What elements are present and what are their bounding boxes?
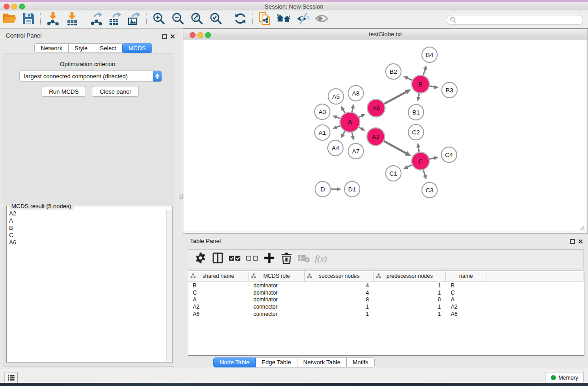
export-network-button[interactable]: [87, 11, 106, 28]
float-panel-icon[interactable]: [162, 33, 167, 41]
edge-A-A5[interactable]: [341, 106, 345, 113]
refresh-view-button[interactable]: [231, 11, 250, 28]
table-cell[interactable]: 0: [374, 296, 446, 303]
hide-graphics-details-button[interactable]: [293, 11, 312, 28]
tab-node-table[interactable]: Node Table: [213, 357, 256, 367]
graph-node-D[interactable]: D: [315, 181, 330, 197]
network-canvas[interactable]: AA1A2A3A4A5A6A7A8BB1B2B3B4CC1C2C3C4DD1: [184, 40, 586, 232]
graph-node-A[interactable]: A: [340, 112, 360, 132]
table-cell[interactable]: C: [446, 290, 488, 296]
edge-A6-B[interactable]: [384, 89, 411, 104]
table-cell[interactable]: B: [188, 282, 249, 289]
edge-A2-C[interactable]: [384, 141, 411, 156]
tab-select[interactable]: Select: [94, 43, 123, 53]
graph-node-B2[interactable]: B2: [386, 64, 401, 79]
edge-B-B1[interactable]: [416, 93, 421, 101]
graph-node-A6[interactable]: A6: [368, 100, 385, 117]
table-cell[interactable]: C: [188, 290, 249, 296]
tab-edge-table[interactable]: Edge Table: [256, 357, 297, 367]
edge-A-A6[interactable]: [359, 114, 365, 118]
close-table-panel-icon[interactable]: [578, 238, 583, 246]
table-cell[interactable]: B: [446, 282, 488, 289]
table-cell[interactable]: connector: [249, 304, 305, 310]
graph-node-D1[interactable]: D1: [344, 181, 360, 197]
tab-mcds[interactable]: MCDS: [122, 43, 152, 53]
deselect-all-checkboxes-button[interactable]: [244, 251, 261, 267]
table-cell[interactable]: 1: [374, 304, 446, 310]
close-panel-button[interactable]: Close panel: [92, 86, 139, 97]
table-cell[interactable]: dominator: [249, 290, 305, 296]
edge-A-A3[interactable]: [332, 115, 340, 119]
table-cell[interactable]: 1: [305, 311, 374, 317]
table-row[interactable]: Bdominator41B: [188, 282, 584, 289]
edge-C-C2[interactable]: [416, 143, 421, 152]
table-cell[interactable]: A: [188, 296, 249, 303]
export-table-button[interactable]: [106, 11, 125, 28]
table-cell[interactable]: 4: [305, 282, 374, 289]
table-cell[interactable]: 4: [305, 290, 374, 296]
table-cell[interactable]: 1: [374, 311, 446, 317]
graph-node-C[interactable]: C: [412, 152, 430, 170]
graph-node-A2[interactable]: A2: [367, 128, 385, 146]
table-cell[interactable]: 8: [305, 296, 374, 303]
table-cell[interactable]: dominator: [249, 282, 305, 289]
tab-motifs[interactable]: Motifs: [347, 357, 375, 367]
network-window-titlebar[interactable]: testGlobe.txt: [183, 29, 588, 40]
column-header-successor-nodes[interactable]: successor nodes: [305, 271, 374, 281]
delete-table-button[interactable]: [295, 251, 312, 267]
table-cell[interactable]: 1: [374, 290, 446, 296]
column-header-empty[interactable]: [487, 271, 584, 281]
search-input[interactable]: [447, 15, 583, 25]
resize-grip-icon[interactable]: [578, 224, 585, 231]
edge-A-A7[interactable]: [351, 133, 355, 141]
graph-node-B1[interactable]: B1: [408, 105, 424, 120]
edge-A-A8[interactable]: [351, 104, 355, 112]
edge-D-D1[interactable]: [331, 187, 341, 191]
column-header-MCDS-role[interactable]: MCDS role: [249, 271, 305, 281]
graph-node-C2[interactable]: C2: [408, 124, 424, 140]
result-list-scrollbar[interactable]: [166, 210, 172, 361]
criterion-dropdown[interactable]: largest connected component (directed): [19, 71, 162, 82]
result-list-item[interactable]: C: [8, 232, 166, 239]
export-image-button[interactable]: [125, 11, 144, 28]
import-table-button[interactable]: [62, 11, 81, 28]
function-builder-button[interactable]: f(x): [312, 251, 330, 267]
table-cell[interactable]: A2: [188, 304, 249, 310]
graph-node-A8[interactable]: A8: [348, 86, 363, 101]
edge-B-B4[interactable]: [423, 65, 427, 75]
delete-column-button[interactable]: [278, 251, 295, 267]
clone-network-button[interactable]: [255, 11, 274, 28]
tab-network-table[interactable]: Network Table: [297, 357, 347, 367]
column-header-shared-name[interactable]: shared name: [188, 271, 249, 281]
graph-node-A5[interactable]: A5: [328, 89, 344, 104]
edge-A-A4[interactable]: [341, 131, 345, 138]
graph-node-B3[interactable]: B3: [442, 82, 457, 98]
result-list-item[interactable]: B: [8, 224, 166, 232]
table-row[interactable]: Adominator80A: [188, 296, 584, 303]
task-history-button[interactable]: [5, 372, 18, 383]
close-panel-icon[interactable]: [170, 33, 175, 41]
table-row[interactable]: Cdominator41C: [188, 289, 584, 296]
graph-node-B4[interactable]: B4: [422, 47, 437, 62]
tab-network[interactable]: Network: [34, 43, 69, 53]
run-mcds-button[interactable]: Run MCDS: [42, 86, 86, 97]
birds-eye-view-button[interactable]: [312, 11, 331, 28]
result-list-item[interactable]: A6: [8, 239, 166, 246]
table-cell[interactable]: A: [446, 296, 488, 303]
save-session-button[interactable]: [19, 11, 38, 28]
memory-button[interactable]: Memory: [545, 372, 584, 383]
table-cell[interactable]: 1: [374, 282, 446, 289]
panel-divider-handle[interactable]: [179, 194, 183, 199]
graph-node-A4[interactable]: A4: [328, 140, 343, 156]
table-cell[interactable]: dominator: [249, 296, 305, 303]
graph-node-A1[interactable]: A1: [315, 125, 330, 140]
zoom-out-button[interactable]: [168, 11, 187, 28]
graph-node-B[interactable]: B: [412, 76, 430, 93]
table-cell[interactable]: A2: [446, 304, 488, 310]
import-network-button[interactable]: [43, 11, 62, 28]
graph-node-C3[interactable]: C3: [422, 182, 437, 198]
zoom-selected-button[interactable]: [206, 11, 225, 28]
open-session-button[interactable]: [0, 11, 19, 28]
float-table-panel-icon[interactable]: [570, 238, 575, 246]
edge-C-C3[interactable]: [423, 170, 427, 180]
